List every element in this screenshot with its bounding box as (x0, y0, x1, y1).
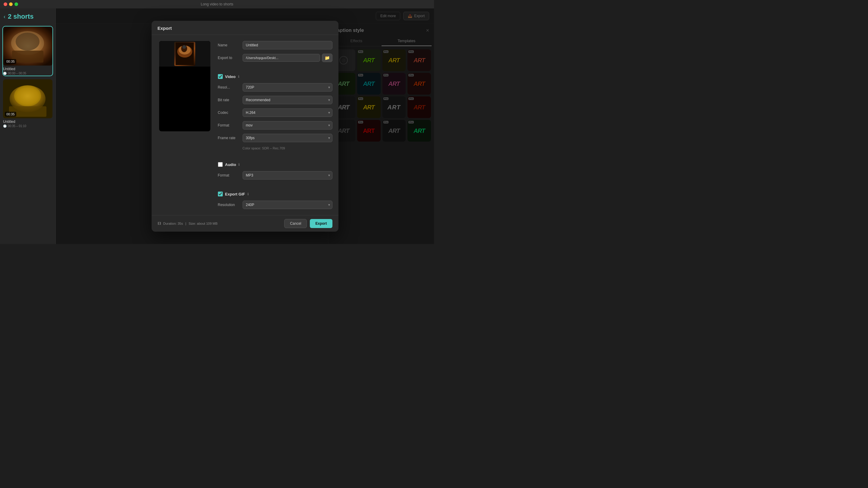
name-input[interactable] (243, 41, 333, 50)
app-title: Long video to shorts (201, 2, 233, 6)
gif-section-title: Export GIF (225, 192, 245, 196)
video-info-icon: ℹ (238, 75, 239, 78)
gif-checkbox[interactable] (218, 192, 223, 196)
clock-icon-1: 🕐 (3, 72, 7, 75)
format-select[interactable]: mov mp4 avi (243, 121, 333, 130)
maximize-window-dot[interactable] (14, 2, 18, 6)
resolution-select[interactable]: 720P 1080P 480P (243, 83, 333, 92)
video-info-2: Untitled 🕐 00:35 – 01:10 (3, 119, 53, 128)
audio-format-select-wrapper: MP3 AAC WAV (243, 171, 333, 180)
gif-section-header: Export GIF ℹ (218, 192, 333, 196)
audio-section-header: Audio ℹ (218, 162, 333, 167)
modal-title: Export (158, 26, 172, 31)
bitrate-select[interactable]: Recommended Low High (243, 96, 333, 104)
back-button[interactable]: ‹ (4, 14, 5, 19)
main-area: Edit more 📤 Export Caption style × Effec… (56, 8, 434, 244)
gif-info-icon: ℹ (247, 192, 249, 196)
format-label: Format (218, 123, 239, 127)
sidebar-title: 2 shorts (8, 13, 34, 21)
preview-thumb-image (174, 42, 195, 66)
format-select-wrapper: mov mp4 avi (243, 121, 333, 130)
video-duration-2: 00:35 (5, 112, 16, 117)
modal-header: Export (152, 21, 338, 35)
export-path-input[interactable] (243, 54, 320, 62)
video-checkbox[interactable] (218, 74, 223, 79)
codec-label: Codec (218, 110, 239, 115)
modal-form: Name Export to 📁 (218, 35, 338, 215)
modal-footer: 🎞 Duration: 35s | Size: about 109 MB Can… (152, 215, 338, 232)
footer-buttons: Cancel Export (284, 219, 332, 228)
color-space-text: Color space: SDR – Rec.709 (243, 147, 333, 150)
sidebar-content: 00:35 Untitled 🕐 00:00 – 00:35 (0, 24, 56, 131)
name-row: Name (218, 41, 333, 50)
cancel-button[interactable]: Cancel (284, 219, 307, 228)
frame-rate-label: Frame rate (218, 136, 239, 140)
frame-rate-select-wrapper: 30fps 24fps 60fps (243, 134, 333, 142)
audio-checkbox[interactable] (218, 162, 223, 167)
folder-button[interactable]: 📁 (322, 54, 333, 62)
resolution-row: Resol... 720P 1080P 480P (218, 83, 333, 92)
preview-thumbnail (159, 41, 210, 67)
export-to-label: Export to (218, 56, 239, 60)
codec-select-wrapper: H.264 H.265 ProRes (243, 108, 333, 117)
sidebar-header: ‹ 2 shorts (0, 8, 56, 24)
video-info-1: Untitled 🕐 00:00 – 00:35 (3, 66, 53, 76)
sidebar: ‹ 2 shorts (0, 8, 56, 244)
export-modal: Export (152, 21, 338, 232)
title-bar: Long video to shorts (0, 0, 434, 8)
frame-rate-select[interactable]: 30fps 24fps 60fps (243, 134, 333, 142)
audio-format-row: Format MP3 AAC WAV (218, 171, 333, 180)
footer-info: 🎞 Duration: 35s | Size: about 109 MB (158, 222, 218, 225)
resolution-select-wrapper: 720P 1080P 480P (243, 83, 333, 92)
modal-body: Name Export to 📁 (152, 35, 338, 215)
gif-resolution-select[interactable]: 240P 480P 720P (243, 201, 333, 209)
resolution-label: Resol... (218, 85, 239, 90)
name-label: Name (218, 43, 239, 47)
close-window-dot[interactable] (4, 2, 7, 6)
svg-point-12 (182, 45, 186, 49)
footer-size: Size: about 109 MB (189, 222, 218, 225)
format-row: Format mov mp4 avi (218, 121, 333, 130)
codec-row: Codec H.264 H.265 ProRes (218, 108, 333, 117)
video-time-1: 🕐 00:00 – 00:35 (3, 72, 53, 75)
modal-preview (152, 35, 218, 215)
audio-format-select[interactable]: MP3 AAC WAV (243, 171, 333, 180)
video-card-2[interactable]: 00:35 Untitled 🕐 00:35 – 01:10 (2, 78, 53, 129)
video-time-2: 🕐 00:35 – 01:10 (3, 124, 53, 128)
bitrate-row: Bit rate Recommended Low High (218, 96, 333, 104)
footer-separator: | (185, 222, 186, 225)
frame-rate-row: Frame rate 30fps 24fps 60fps (218, 134, 333, 142)
video-section-title: Video (225, 74, 236, 79)
gif-resolution-label: Resolution (218, 203, 239, 207)
video-name-1: Untitled (3, 67, 53, 71)
film-icon: 🎞 (158, 222, 161, 225)
minimize-window-dot[interactable] (9, 2, 13, 6)
video-section-header: Video ℹ (218, 74, 333, 79)
codec-select[interactable]: H.264 H.265 ProRes (243, 108, 333, 117)
bitrate-select-wrapper: Recommended Low High (243, 96, 333, 104)
audio-section-title: Audio (225, 162, 236, 167)
svg-rect-3 (12, 51, 43, 63)
audio-format-label: Format (218, 173, 239, 177)
export-path-row: 📁 (243, 54, 333, 62)
audio-info-icon: ℹ (239, 163, 240, 167)
export-button[interactable]: Export (310, 219, 332, 228)
export-to-row: Export to 📁 (218, 54, 333, 62)
gif-resolution-select-wrapper: 240P 480P 720P (243, 201, 333, 209)
clock-icon-2: 🕐 (3, 124, 7, 128)
video-preview-box (159, 41, 210, 131)
video-card-1[interactable]: 00:35 Untitled 🕐 00:00 – 00:35 (2, 26, 53, 76)
bitrate-label: Bit rate (218, 98, 239, 102)
video-duration-1: 00:35 (5, 59, 16, 64)
svg-point-6 (14, 85, 41, 106)
window-controls (4, 2, 18, 6)
video-name-2: Untitled (3, 120, 53, 124)
gif-resolution-row: Resolution 240P 480P 720P (218, 201, 333, 209)
footer-duration: Duration: 35s (163, 222, 183, 225)
modal-overlay: Export (56, 8, 434, 244)
